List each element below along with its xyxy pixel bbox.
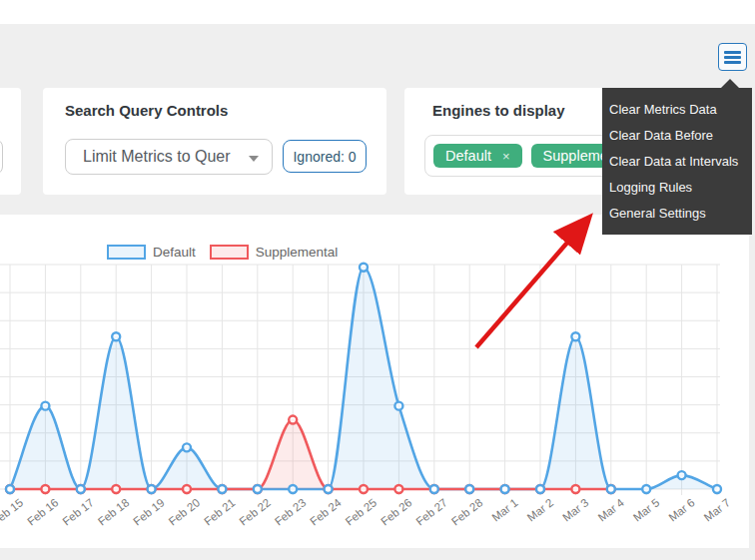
- svg-text:Feb 27: Feb 27: [413, 496, 449, 528]
- select-value: Limit Metrics to Quer: [83, 148, 243, 166]
- svg-text:Feb 25: Feb 25: [344, 496, 379, 528]
- menu-item-logging-rules[interactable]: Logging Rules: [602, 175, 752, 201]
- svg-text:Feb 22: Feb 22: [237, 496, 273, 528]
- dropdown-caret: [721, 79, 739, 88]
- menu-item-clear-data-at-intervals[interactable]: Clear Data at Intervals: [602, 149, 752, 175]
- metrics-chart[interactable]: Feb 15Feb 16Feb 17Feb 18Feb 19Feb 20Feb …: [0, 215, 755, 548]
- settings-dropdown-menu: Clear Metrics Data Clear Data Before Cle…: [602, 88, 752, 235]
- menu-item-general-settings[interactable]: General Settings: [602, 201, 752, 227]
- svg-text:Feb 24: Feb 24: [308, 496, 344, 528]
- partial-control[interactable]: [0, 139, 3, 175]
- limit-metrics-select[interactable]: Limit Metrics to Quer: [65, 139, 273, 175]
- svg-text:Mar 7: Mar 7: [702, 496, 733, 524]
- chevron-down-icon: [249, 156, 259, 162]
- legend-swatch: [107, 245, 146, 260]
- left-partial-card: [0, 88, 21, 195]
- svg-text:Mar 1: Mar 1: [489, 496, 520, 524]
- chart-legend: Default Supplemental: [107, 245, 338, 260]
- svg-text:Feb 19: Feb 19: [131, 496, 167, 528]
- svg-text:Mar 5: Mar 5: [631, 496, 662, 524]
- menu-item-clear-metrics-data[interactable]: Clear Metrics Data: [602, 97, 752, 123]
- svg-text:Feb 17: Feb 17: [60, 496, 96, 528]
- legend-entry-supplemental[interactable]: Supplemental: [210, 245, 339, 260]
- svg-text:Feb 18: Feb 18: [96, 496, 132, 528]
- svg-text:Feb 28: Feb 28: [449, 496, 485, 528]
- header-bar: [0, 0, 755, 24]
- hamburger-icon: [724, 51, 741, 54]
- remove-icon[interactable]: ×: [502, 149, 510, 164]
- svg-text:Feb 15: Feb 15: [0, 496, 25, 528]
- ignored-button[interactable]: Ignored: 0: [283, 140, 367, 173]
- svg-text:Mar 2: Mar 2: [525, 496, 556, 524]
- svg-text:Feb 21: Feb 21: [202, 496, 238, 528]
- svg-text:Mar 6: Mar 6: [666, 496, 697, 524]
- screen: Search Query Controls Limit Metrics to Q…: [0, 0, 755, 560]
- tag-default[interactable]: Default ×: [433, 144, 522, 168]
- svg-text:Feb 16: Feb 16: [25, 496, 61, 528]
- svg-text:Mar 3: Mar 3: [560, 496, 591, 524]
- card-title: Engines to display: [432, 102, 565, 119]
- legend-entry-default[interactable]: Default: [107, 245, 196, 260]
- search-query-controls-card: Search Query Controls Limit Metrics to Q…: [43, 88, 386, 195]
- legend-label: Default: [153, 245, 196, 260]
- hamburger-menu-button[interactable]: [718, 43, 747, 71]
- card-title: Search Query Controls: [65, 102, 228, 119]
- menu-item-clear-data-before[interactable]: Clear Data Before: [602, 123, 752, 149]
- legend-label: Supplemental: [256, 245, 339, 260]
- svg-text:Feb 20: Feb 20: [167, 496, 203, 528]
- svg-text:Feb 26: Feb 26: [378, 496, 414, 528]
- svg-text:Mar 4: Mar 4: [595, 496, 626, 524]
- legend-swatch: [210, 245, 249, 260]
- svg-text:Feb 23: Feb 23: [273, 496, 309, 528]
